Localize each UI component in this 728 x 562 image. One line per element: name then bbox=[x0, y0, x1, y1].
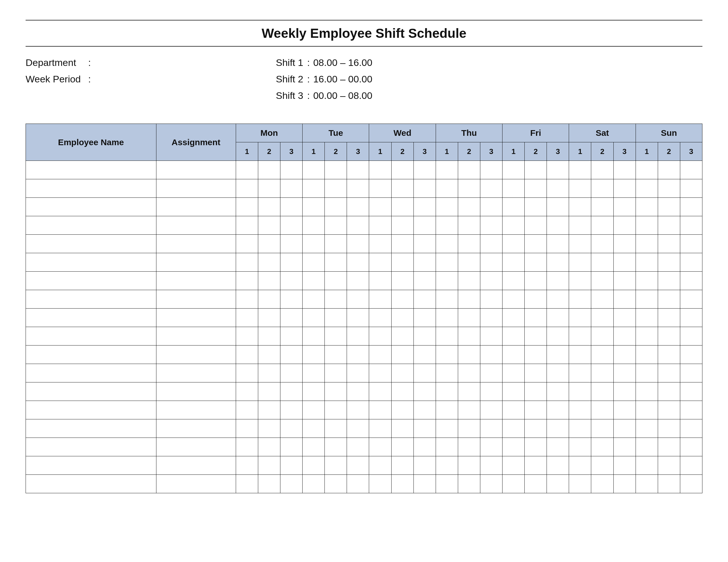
cell-shift[interactable] bbox=[547, 438, 569, 456]
cell-assignment[interactable] bbox=[156, 235, 236, 253]
cell-shift[interactable] bbox=[525, 198, 547, 216]
cell-shift[interactable] bbox=[569, 272, 591, 290]
cell-shift[interactable] bbox=[436, 327, 458, 345]
cell-shift[interactable] bbox=[480, 401, 502, 419]
cell-shift[interactable] bbox=[236, 438, 258, 456]
cell-shift[interactable] bbox=[280, 327, 303, 345]
cell-shift[interactable] bbox=[280, 345, 303, 364]
cell-assignment[interactable] bbox=[156, 308, 236, 327]
cell-shift[interactable] bbox=[658, 216, 680, 235]
cell-shift[interactable] bbox=[636, 235, 658, 253]
cell-shift[interactable] bbox=[369, 401, 391, 419]
cell-shift[interactable] bbox=[525, 272, 547, 290]
cell-shift[interactable] bbox=[636, 272, 658, 290]
cell-shift[interactable] bbox=[391, 290, 413, 308]
cell-shift[interactable] bbox=[325, 161, 347, 179]
cell-shift[interactable] bbox=[236, 235, 258, 253]
cell-shift[interactable] bbox=[369, 438, 391, 456]
cell-shift[interactable] bbox=[636, 401, 658, 419]
cell-shift[interactable] bbox=[280, 198, 303, 216]
cell-shift[interactable] bbox=[613, 401, 636, 419]
cell-shift[interactable] bbox=[613, 419, 636, 438]
cell-shift[interactable] bbox=[569, 327, 591, 345]
cell-employee-name[interactable] bbox=[26, 327, 156, 345]
cell-shift[interactable] bbox=[280, 161, 303, 179]
cell-shift[interactable] bbox=[569, 216, 591, 235]
cell-shift[interactable] bbox=[591, 475, 613, 493]
cell-shift[interactable] bbox=[569, 382, 591, 401]
cell-shift[interactable] bbox=[569, 290, 591, 308]
cell-employee-name[interactable] bbox=[26, 475, 156, 493]
cell-shift[interactable] bbox=[569, 401, 591, 419]
cell-shift[interactable] bbox=[391, 475, 413, 493]
cell-shift[interactable] bbox=[303, 382, 325, 401]
cell-shift[interactable] bbox=[525, 253, 547, 272]
cell-shift[interactable] bbox=[458, 401, 480, 419]
cell-shift[interactable] bbox=[458, 253, 480, 272]
cell-shift[interactable] bbox=[636, 345, 658, 364]
cell-shift[interactable] bbox=[547, 161, 569, 179]
cell-shift[interactable] bbox=[413, 253, 436, 272]
cell-shift[interactable] bbox=[236, 382, 258, 401]
cell-shift[interactable] bbox=[325, 438, 347, 456]
cell-shift[interactable] bbox=[613, 235, 636, 253]
cell-employee-name[interactable] bbox=[26, 438, 156, 456]
cell-shift[interactable] bbox=[458, 364, 480, 382]
cell-shift[interactable] bbox=[680, 327, 702, 345]
cell-shift[interactable] bbox=[480, 235, 502, 253]
cell-employee-name[interactable] bbox=[26, 419, 156, 438]
cell-shift[interactable] bbox=[436, 308, 458, 327]
cell-shift[interactable] bbox=[436, 216, 458, 235]
cell-shift[interactable] bbox=[569, 364, 591, 382]
cell-shift[interactable] bbox=[413, 161, 436, 179]
cell-shift[interactable] bbox=[391, 456, 413, 475]
cell-shift[interactable] bbox=[502, 161, 525, 179]
cell-shift[interactable] bbox=[613, 253, 636, 272]
cell-shift[interactable] bbox=[480, 419, 502, 438]
cell-shift[interactable] bbox=[303, 253, 325, 272]
cell-shift[interactable] bbox=[591, 345, 613, 364]
cell-shift[interactable] bbox=[347, 235, 369, 253]
cell-shift[interactable] bbox=[502, 345, 525, 364]
cell-shift[interactable] bbox=[436, 161, 458, 179]
cell-shift[interactable] bbox=[236, 345, 258, 364]
cell-shift[interactable] bbox=[658, 401, 680, 419]
cell-shift[interactable] bbox=[502, 438, 525, 456]
cell-shift[interactable] bbox=[547, 235, 569, 253]
cell-shift[interactable] bbox=[236, 290, 258, 308]
cell-shift[interactable] bbox=[303, 308, 325, 327]
cell-shift[interactable] bbox=[658, 456, 680, 475]
cell-shift[interactable] bbox=[613, 456, 636, 475]
cell-shift[interactable] bbox=[547, 290, 569, 308]
cell-shift[interactable] bbox=[236, 475, 258, 493]
cell-shift[interactable] bbox=[236, 456, 258, 475]
cell-shift[interactable] bbox=[436, 475, 458, 493]
cell-shift[interactable] bbox=[658, 419, 680, 438]
cell-shift[interactable] bbox=[391, 438, 413, 456]
cell-shift[interactable] bbox=[236, 253, 258, 272]
cell-shift[interactable] bbox=[413, 382, 436, 401]
cell-assignment[interactable] bbox=[156, 198, 236, 216]
cell-shift[interactable] bbox=[569, 253, 591, 272]
cell-assignment[interactable] bbox=[156, 475, 236, 493]
cell-shift[interactable] bbox=[369, 198, 391, 216]
cell-employee-name[interactable] bbox=[26, 382, 156, 401]
cell-shift[interactable] bbox=[591, 161, 613, 179]
cell-shift[interactable] bbox=[636, 456, 658, 475]
cell-shift[interactable] bbox=[591, 272, 613, 290]
cell-shift[interactable] bbox=[258, 456, 280, 475]
cell-shift[interactable] bbox=[413, 272, 436, 290]
cell-shift[interactable] bbox=[413, 345, 436, 364]
cell-shift[interactable] bbox=[502, 401, 525, 419]
cell-shift[interactable] bbox=[236, 198, 258, 216]
cell-shift[interactable] bbox=[391, 179, 413, 198]
cell-shift[interactable] bbox=[502, 308, 525, 327]
cell-shift[interactable] bbox=[658, 382, 680, 401]
cell-shift[interactable] bbox=[569, 345, 591, 364]
cell-shift[interactable] bbox=[569, 419, 591, 438]
cell-shift[interactable] bbox=[613, 272, 636, 290]
cell-shift[interactable] bbox=[347, 475, 369, 493]
cell-shift[interactable] bbox=[347, 216, 369, 235]
cell-shift[interactable] bbox=[613, 161, 636, 179]
cell-shift[interactable] bbox=[258, 198, 280, 216]
